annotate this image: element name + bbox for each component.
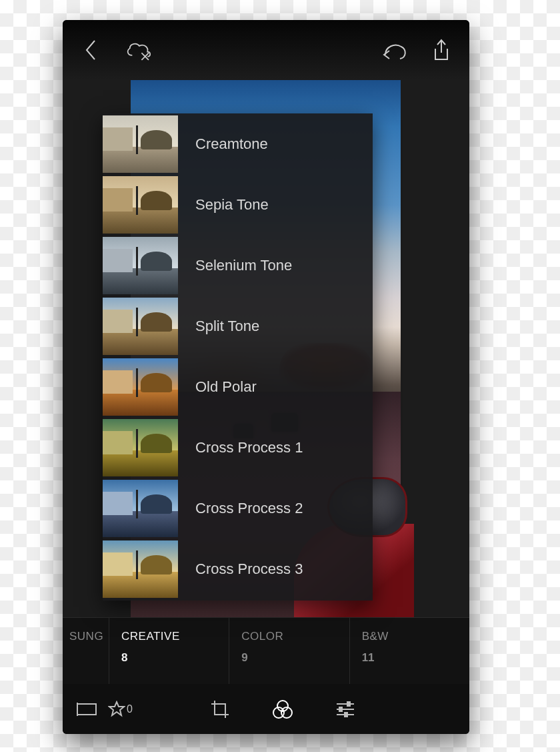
svg-rect-14 <box>345 713 347 717</box>
preset-thumbnail <box>103 358 178 416</box>
share-icon <box>431 38 451 62</box>
preset-item[interactable]: Cross Process 3 <box>103 538 373 599</box>
undo-icon <box>380 40 407 60</box>
crop-icon <box>210 699 230 719</box>
top-bar <box>63 20 469 80</box>
preset-item[interactable]: Creamtone <box>103 113 373 174</box>
category-name: CREATIVE <box>121 630 217 643</box>
star-icon <box>108 701 125 718</box>
preset-item[interactable]: Split Tone <box>103 296 373 356</box>
preset-thumbnail <box>103 540 178 598</box>
preset-category-bar: SUNG CREATIVE 8 COLOR 9 B&W 11 <box>63 617 469 684</box>
bottom-toolbar: 0 <box>63 684 469 734</box>
svg-rect-13 <box>339 707 342 711</box>
preset-thumbnail <box>103 298 178 355</box>
preset-thumbnail <box>103 176 178 234</box>
preset-category-tab[interactable]: CREATIVE 8 <box>109 618 229 684</box>
top-bar-right <box>379 35 456 65</box>
svg-rect-12 <box>347 702 350 706</box>
preset-item[interactable]: Sepia Tone <box>103 174 373 235</box>
adjust-button[interactable] <box>331 695 360 724</box>
category-name: B&W <box>362 630 457 643</box>
presets-button[interactable] <box>268 695 297 724</box>
preset-thumbnail <box>103 115 178 173</box>
preset-label: Creamtone <box>195 135 268 153</box>
flag-button[interactable] <box>72 695 101 724</box>
presets-icon <box>272 699 293 719</box>
preset-label: Old Polar <box>195 378 257 396</box>
undo-button[interactable] <box>379 35 408 65</box>
top-bar-left <box>76 35 153 65</box>
preset-thumbnail <box>103 480 178 537</box>
preset-item[interactable]: Cross Process 1 <box>103 417 373 478</box>
cloud-cancel-button[interactable] <box>124 35 153 65</box>
category-count: 9 <box>241 651 337 665</box>
svg-marker-5 <box>109 702 124 715</box>
category-count: 8 <box>121 651 217 665</box>
preset-thumbnail <box>103 419 178 476</box>
preset-label: Split Tone <box>195 318 259 335</box>
preset-label: Selenium Tone <box>195 257 292 274</box>
crop-button[interactable] <box>205 695 235 724</box>
svg-rect-3 <box>77 704 96 715</box>
preset-item[interactable]: Selenium Tone <box>103 235 373 296</box>
preset-label: Sepia Tone <box>195 196 269 214</box>
category-count: 11 <box>362 651 457 665</box>
preset-label: Cross Process 3 <box>195 560 303 578</box>
sliders-icon <box>335 701 355 718</box>
category-name: COLOR <box>241 630 337 643</box>
rating-button[interactable]: 0 <box>108 701 133 718</box>
app-frame: Creamtone Sepia Tone Selenium Tone Split… <box>63 20 469 734</box>
preset-label: Cross Process 2 <box>195 500 303 517</box>
rating-count: 0 <box>127 703 133 715</box>
chevron-left-icon <box>83 38 99 62</box>
edit-tool-group <box>139 695 427 724</box>
preset-label: Cross Process 1 <box>195 439 303 456</box>
flag-icon <box>76 701 97 717</box>
preset-category-tab[interactable]: B&W 11 <box>350 618 469 684</box>
preset-panel: Creamtone Sepia Tone Selenium Tone Split… <box>103 113 373 601</box>
preset-thumbnail <box>103 237 178 294</box>
back-button[interactable] <box>76 35 105 65</box>
cloud-x-icon <box>124 39 153 61</box>
preset-item[interactable]: Old Polar <box>103 356 373 417</box>
share-button[interactable] <box>427 35 456 65</box>
preset-category-tab[interactable]: SUNG <box>63 618 109 684</box>
preset-category-tab[interactable]: COLOR 9 <box>229 618 349 684</box>
preset-item[interactable]: Cross Process 2 <box>103 478 373 538</box>
category-name: SUNG <box>69 630 97 643</box>
